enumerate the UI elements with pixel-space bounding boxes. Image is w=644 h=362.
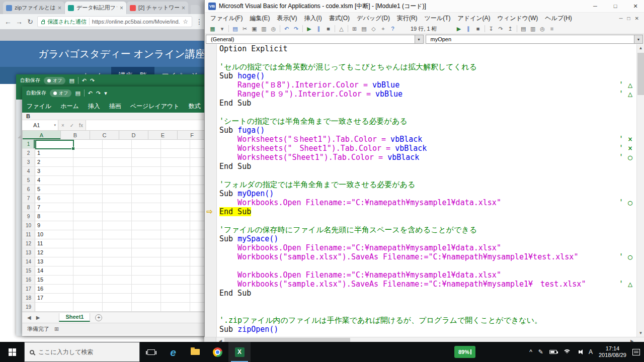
browser-tab[interactable]: [2] チャットワーク× xyxy=(127,2,188,14)
row-header[interactable]: 9 xyxy=(22,212,35,221)
grid-cell[interactable]: 11 xyxy=(35,239,73,248)
taskbar-excel-button[interactable]: X xyxy=(228,342,251,362)
maximize-button[interactable]: □ xyxy=(607,0,624,13)
column-header[interactable]: E xyxy=(148,131,178,139)
grid-cell[interactable] xyxy=(161,158,190,167)
code-line[interactable] xyxy=(217,298,636,307)
vba-titlebar[interactable]: VB Microsoft Visual Basic for Applicatio… xyxy=(205,0,644,13)
grid-cell[interactable] xyxy=(73,203,103,212)
grid-cell[interactable]: 9 xyxy=(35,221,73,230)
step-out-icon[interactable]: ↥ xyxy=(506,26,515,32)
grid-cell[interactable] xyxy=(73,294,103,303)
grid-cell[interactable] xyxy=(132,185,161,194)
grid-cell[interactable] xyxy=(103,266,132,276)
break-icon[interactable]: ∥ xyxy=(464,26,473,32)
taskbar-explorer-button[interactable] xyxy=(184,342,206,362)
copy-icon[interactable]: ▣ xyxy=(250,26,259,32)
menu-item[interactable]: ツール(T) xyxy=(421,14,454,23)
code-line[interactable] xyxy=(217,307,636,316)
new-tab-button[interactable] xyxy=(191,5,201,14)
procedure-combobox[interactable]: myOpen ▼ xyxy=(426,35,643,44)
row-header[interactable]: 10 xyxy=(22,221,35,230)
grid-cell[interactable] xyxy=(161,185,190,194)
menu-item[interactable]: 挿入(I) xyxy=(300,14,325,23)
code-line[interactable]: Worksheets("Sheet1").Tab.Color = vbBlack… xyxy=(217,153,636,162)
taskbar-clock[interactable]: 17:14 2018/08/29 xyxy=(599,345,626,358)
enter-button[interactable]: ✓ xyxy=(67,120,76,130)
grid-cell[interactable] xyxy=(132,140,161,149)
grid-cell[interactable] xyxy=(132,212,161,221)
grid-cell[interactable] xyxy=(73,239,103,248)
code-margin[interactable]: ⇨ xyxy=(205,44,217,337)
row-header[interactable]: 14 xyxy=(22,257,35,266)
wifi-icon[interactable] xyxy=(563,349,571,355)
view-excel-icon[interactable]: ▦ xyxy=(208,26,217,32)
grid-cell[interactable]: 14 xyxy=(35,266,73,276)
grid-cell[interactable] xyxy=(132,257,161,266)
column-header[interactable]: F xyxy=(178,131,207,139)
name-box-dropdown-icon[interactable]: ▾ xyxy=(54,123,56,127)
grid-cell[interactable] xyxy=(132,203,161,212)
call-stack-icon[interactable]: ≡ xyxy=(547,26,557,32)
code-line[interactable]: Sub fuga() xyxy=(217,126,636,135)
locals-window-icon[interactable]: ▤ xyxy=(519,26,528,32)
grid-cell[interactable]: 8 xyxy=(35,212,73,221)
grid-cell[interactable] xyxy=(103,149,132,158)
grid-cell[interactable] xyxy=(161,167,190,176)
code-line[interactable]: Range("Ｂ９").Interior.Color = vbBlue' △ xyxy=(217,89,636,99)
mdi-close-icon[interactable]: ✕ xyxy=(635,16,639,21)
code-line[interactable]: Sub mySpace() xyxy=(217,234,636,243)
grid-cell[interactable] xyxy=(161,203,190,212)
code-line[interactable]: Workbooks.Open Filename:="C:¥namepath¥my… xyxy=(217,198,636,207)
grid-cell[interactable] xyxy=(73,276,103,285)
qat-dropdown-icon[interactable]: ▾ xyxy=(104,90,107,97)
row-header[interactable]: 17 xyxy=(22,285,35,294)
code-line[interactable]: Sub zipOpen() xyxy=(217,325,636,334)
run-icon[interactable]: ▶ xyxy=(454,26,464,32)
code-line[interactable]: Workbooks.Open Filename:="C:¥namepath¥my… xyxy=(217,243,636,252)
code-line[interactable]: End Sub xyxy=(217,207,636,216)
grid-cell[interactable] xyxy=(161,248,190,257)
ime-indicator[interactable]: A xyxy=(589,348,593,355)
autosave-toggle[interactable]: オフ xyxy=(44,77,65,84)
menu-item[interactable]: 編集(E) xyxy=(246,14,273,23)
code-line[interactable]: Worksheets("Ｓheet1").Tab.Color = vbBlack… xyxy=(217,135,636,144)
grid-cell[interactable] xyxy=(132,303,161,312)
fx-button[interactable]: fx xyxy=(76,120,86,130)
grid-cell[interactable] xyxy=(35,303,73,312)
undo-icon[interactable]: ↶ xyxy=(82,77,87,84)
grid-cell[interactable] xyxy=(73,140,103,149)
grid-cell[interactable] xyxy=(103,158,132,167)
row-header[interactable]: 8 xyxy=(22,203,35,212)
grid-cell[interactable] xyxy=(103,303,132,312)
grid-cell[interactable] xyxy=(103,239,132,248)
grid-cell[interactable] xyxy=(161,285,190,294)
select-all-corner[interactable] xyxy=(22,131,23,139)
grid-cell[interactable] xyxy=(103,294,132,303)
mdi-restore-icon[interactable]: □ xyxy=(627,16,630,21)
grid-cell[interactable] xyxy=(73,194,103,203)
grid-cell[interactable] xyxy=(132,248,161,257)
code-line[interactable] xyxy=(217,261,636,270)
design-mode-icon[interactable]: △ xyxy=(337,26,346,32)
combobox-dropdown-icon[interactable]: ▼ xyxy=(415,35,423,43)
grid-cell[interactable]: 12 xyxy=(35,248,73,257)
ribbon-tab[interactable]: ページレイアウト xyxy=(126,102,184,111)
grid-cell[interactable] xyxy=(132,194,161,203)
grid-cell[interactable] xyxy=(103,276,132,285)
grid-cell[interactable] xyxy=(161,239,190,248)
grid-cell[interactable]: 17 xyxy=(35,294,73,303)
save-icon[interactable]: ▤ xyxy=(75,90,80,97)
grid-cell[interactable] xyxy=(132,266,161,276)
ribbon-tab[interactable]: ファイル xyxy=(22,102,56,111)
grid-cell[interactable] xyxy=(161,266,190,276)
grid-cell[interactable] xyxy=(103,248,132,257)
redo-icon[interactable]: ↷ xyxy=(96,90,101,97)
grid-cell[interactable] xyxy=(161,221,190,230)
grid-cell[interactable] xyxy=(73,176,103,185)
ribbon-tab[interactable]: ホーム xyxy=(56,102,84,111)
address-bar[interactable]: 保護された通信 https://online.pc5bai.com/Movie/… xyxy=(37,16,192,27)
save-icon[interactable]: ▤ xyxy=(230,26,240,32)
run-icon[interactable]: ▶ xyxy=(304,26,314,32)
back-icon[interactable]: ← xyxy=(4,18,12,26)
